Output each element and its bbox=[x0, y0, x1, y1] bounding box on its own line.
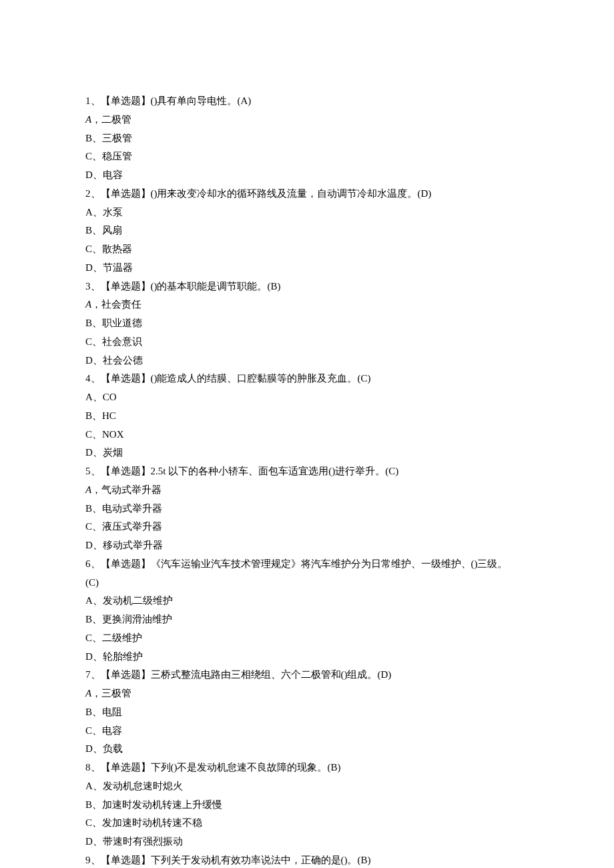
option-text: 电容 bbox=[103, 169, 123, 180]
question-answer: (A) bbox=[238, 95, 252, 106]
option-text: 三极管 bbox=[102, 133, 132, 143]
option-sep: 、 bbox=[93, 355, 103, 366]
option-row: D、轮胎维护 bbox=[85, 648, 529, 667]
question-answer: (D) bbox=[418, 188, 432, 199]
question-stem-text: 下列()不是发动机怠速不良故障的现象。 bbox=[151, 762, 328, 773]
option-row: B、HC bbox=[85, 407, 529, 426]
option-sep: ， bbox=[91, 484, 101, 495]
option-letter: D bbox=[85, 169, 93, 180]
option-sep: ， bbox=[91, 299, 101, 310]
option-letter: A bbox=[85, 688, 91, 699]
option-row: D、社会公德 bbox=[85, 352, 529, 370]
option-text: 社会意识 bbox=[102, 336, 142, 347]
question-type-label: 【单选题】 bbox=[101, 281, 151, 292]
option-text: 水泵 bbox=[103, 207, 123, 218]
option-text: 气动式举升器 bbox=[101, 484, 162, 495]
option-row: B、风扇 bbox=[85, 222, 529, 240]
option-sep: 、 bbox=[92, 244, 102, 254]
option-letter: B bbox=[85, 410, 92, 421]
question-stem: 9、【单选题】下列关于发动机有效功率说法中，正确的是()。(B) bbox=[85, 851, 529, 868]
option-row: A、CO bbox=[85, 388, 529, 407]
question-stem: 6、【单选题】《汽车运输业汽车技术管理规定》将汽车维护分为日常维护、一级维护、(… bbox=[85, 555, 529, 574]
option-row: A，二极管 bbox=[85, 111, 529, 129]
option-sep: 、 bbox=[93, 169, 103, 180]
option-row: B、电动式举升器 bbox=[85, 500, 529, 518]
question-stem: 4、【单选题】()能造成人的结膜、口腔黏膜等的肿胀及充血。(C) bbox=[85, 370, 529, 388]
question-answer-row: (C) bbox=[85, 574, 529, 592]
option-row: B、电阻 bbox=[85, 703, 529, 722]
question-number: 7 bbox=[85, 669, 91, 680]
question-number: 3 bbox=[85, 281, 91, 292]
option-sep: 、 bbox=[92, 707, 102, 717]
option-letter: C bbox=[85, 244, 92, 254]
option-letter: C bbox=[85, 632, 92, 643]
question-type-label: 【单选题】 bbox=[101, 188, 151, 199]
question-type-label: 【单选题】 bbox=[101, 558, 151, 569]
question-stem-text: 《汽车运输业汽车技术管理规定》将汽车维护分为日常维护、一级维护、()三级。 bbox=[151, 558, 508, 569]
option-letter: D bbox=[85, 447, 93, 458]
option-text: 稳压管 bbox=[102, 151, 132, 161]
option-text: 发动机二级维护 bbox=[103, 595, 173, 606]
option-letter: A bbox=[85, 484, 91, 495]
question-type-label: 【单选题】 bbox=[101, 95, 151, 106]
option-letter: D bbox=[85, 355, 93, 366]
option-row: C、稳压管 bbox=[85, 147, 529, 166]
option-letter: B bbox=[85, 614, 92, 624]
question-number-sep: 、 bbox=[91, 762, 101, 773]
option-letter: A bbox=[85, 595, 93, 606]
question-stem-text: ()的基本职能是调节职能。 bbox=[151, 281, 268, 292]
option-letter: C bbox=[85, 151, 92, 161]
question-stem: 8、【单选题】下列()不是发动机怠速不良故障的现象。(B) bbox=[85, 759, 529, 777]
question-answer: (C) bbox=[85, 577, 99, 588]
option-text: 发加速时动机转速不稳 bbox=[102, 817, 202, 828]
option-sep: 、 bbox=[92, 336, 102, 347]
option-sep: 、 bbox=[92, 521, 102, 532]
option-letter: A bbox=[85, 392, 93, 402]
option-sep: ， bbox=[91, 688, 101, 699]
option-sep: 、 bbox=[92, 151, 102, 161]
option-letter: B bbox=[85, 318, 92, 328]
option-text: 发动机怠速时熄火 bbox=[103, 781, 183, 791]
option-row: B、加速时发动机转速上升缓慢 bbox=[85, 796, 529, 815]
option-row: A、发动机怠速时熄火 bbox=[85, 777, 529, 796]
option-letter: C bbox=[85, 429, 92, 440]
option-text: 二极管 bbox=[101, 114, 131, 125]
option-row: A，社会责任 bbox=[85, 296, 529, 314]
question-number-sep: 、 bbox=[91, 466, 101, 476]
option-sep: ， bbox=[91, 114, 101, 125]
question-type-label: 【单选题】 bbox=[101, 669, 151, 680]
option-row: A，气动式举升器 bbox=[85, 481, 529, 500]
option-text: 散热器 bbox=[102, 244, 132, 254]
option-sep: 、 bbox=[93, 207, 103, 218]
question-number-sep: 、 bbox=[91, 558, 101, 569]
option-sep: 、 bbox=[92, 133, 102, 143]
question-type-label: 【单选题】 bbox=[101, 373, 151, 384]
option-text: 轮胎维护 bbox=[103, 651, 143, 662]
option-text: 更换润滑油维护 bbox=[102, 614, 172, 624]
option-letter: C bbox=[85, 817, 92, 828]
option-text: 节温器 bbox=[103, 262, 133, 273]
option-text: 社会责任 bbox=[101, 299, 141, 310]
question-number-sep: 、 bbox=[91, 669, 101, 680]
option-sep: 、 bbox=[93, 836, 103, 847]
option-row: D、炭烟 bbox=[85, 444, 529, 462]
option-text: 移动式举升器 bbox=[103, 540, 163, 550]
question-answer: (B) bbox=[328, 762, 341, 773]
option-letter: A bbox=[85, 299, 91, 310]
option-letter: C bbox=[85, 521, 92, 532]
option-row: A、水泵 bbox=[85, 203, 529, 222]
question-stem-text: 三桥式整流电路由三相绕组、六个二极管和()组成。 bbox=[151, 669, 378, 680]
option-row: C、NOX bbox=[85, 426, 529, 444]
option-row: B、三极管 bbox=[85, 129, 529, 148]
option-row: C、电容 bbox=[85, 722, 529, 741]
question-stem: 7、【单选题】三桥式整流电路由三相绕组、六个二极管和()组成。(D) bbox=[85, 666, 529, 685]
option-sep: 、 bbox=[93, 743, 103, 754]
option-letter: B bbox=[85, 225, 92, 236]
option-sep: 、 bbox=[92, 225, 102, 236]
option-row: D、电容 bbox=[85, 166, 529, 185]
option-text: 炭烟 bbox=[103, 447, 123, 458]
option-letter: A bbox=[85, 114, 91, 125]
question-answer: (C) bbox=[385, 466, 398, 476]
option-letter: B bbox=[85, 133, 92, 143]
question-answer: (B) bbox=[358, 855, 371, 865]
